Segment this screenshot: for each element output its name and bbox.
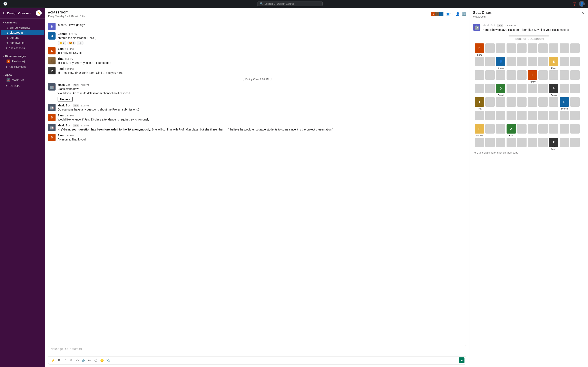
dm-section-header[interactable]: Direct messages <box>0 54 45 58</box>
lightning-button[interactable]: ⚡ <box>50 358 56 363</box>
msg-name-maskbot2: Mask Bot <box>58 104 70 107</box>
seat-avatar: D <box>496 84 505 93</box>
search-bar[interactable]: 🔍 Search UI Design Course <box>257 1 323 6</box>
seat-cell[interactable]: RRobert <box>475 124 484 133</box>
apps-section-header[interactable]: Apps <box>0 73 45 77</box>
strikethrough-button[interactable]: S <box>68 358 74 363</box>
input-toolbar-left: ⚡ B I S <> 🔗 Aa @ 😊 📎 <box>50 358 111 363</box>
sidebar-item-mask-bot[interactable]: 🤖 Mask Bot <box>1 77 44 83</box>
msg-text-bonnie: entered the classroom. Hello :) <box>58 36 466 40</box>
compose-icon: ✏️ <box>37 11 41 15</box>
mention-button[interactable]: @ <box>93 358 99 363</box>
message-item: 🤖 Mask Bot APP 2:10 PM Hi @Sam, your que… <box>45 123 470 133</box>
code-button[interactable]: <> <box>75 358 80 363</box>
seat-cell <box>507 111 516 120</box>
close-panel-button[interactable]: ✕ <box>581 11 585 15</box>
seat-cell <box>538 70 548 80</box>
emoji-button[interactable]: 😊 <box>99 358 105 363</box>
help-icon[interactable]: ❓ <box>572 2 577 6</box>
seat-cell <box>496 138 505 147</box>
message-input[interactable] <box>48 345 466 356</box>
sidebar-item-homeworks[interactable]: # homeworks <box>1 40 44 45</box>
dm-hint: To DM a classmate, click on their seat. <box>473 151 585 154</box>
seat-cell[interactable]: 👤Alison <box>496 57 505 66</box>
seat-row <box>475 111 583 120</box>
channels-label: Channels <box>5 21 17 24</box>
reaction-add[interactable]: ➕ <box>77 41 84 45</box>
msg-text-maskbot2: Do you guys have any questions about the… <box>58 108 466 112</box>
msg-content-sam: Sam 1:54 PM just arrived. Say Hi! <box>58 47 466 55</box>
channel-general-label: general <box>10 36 19 39</box>
sidebar-item-paul[interactable]: P Paul (you) <box>1 59 44 64</box>
bold-button[interactable]: B <box>56 358 62 363</box>
online-indicator <box>583 5 585 7</box>
unmute-button[interactable]: Unmute <box>58 97 73 102</box>
add-channels-button[interactable]: Add channels <box>0 45 45 50</box>
msg-header-maskbot2: Mask Bot APP 2:10 PM <box>58 104 466 107</box>
seat-cell <box>475 57 484 66</box>
seat-cell[interactable]: PPablo <box>549 84 558 93</box>
msg-time-tina: 1:58 PM <box>65 58 73 60</box>
channels-section-header[interactable]: Channels <box>0 20 45 25</box>
seat-cell[interactable]: AAlex <box>507 124 516 133</box>
seat-cell[interactable]: BBonnie <box>560 97 569 107</box>
workspace-name[interactable]: UI Design Course ▾ <box>3 11 31 15</box>
topbar-center: 🔍 Search UI Design Course <box>7 1 572 6</box>
seat-cell <box>517 124 527 133</box>
seat-cell <box>528 57 537 66</box>
sidebar-item-announcements[interactable]: # announcements <box>1 25 44 30</box>
panel-header: Seat Chart #classroom ✕ <box>470 8 588 21</box>
seat-cell <box>507 84 516 93</box>
msg-content-maskbot3: Mask Bot APP 2:10 PM Hi @Sam, your quest… <box>58 124 466 132</box>
user-avatar-top[interactable]: 👤 <box>579 1 585 7</box>
add-apps-button[interactable]: Add apps <box>0 83 45 88</box>
seat-cell[interactable]: JJenny <box>528 70 537 80</box>
seat-name-label: Robert <box>476 134 483 137</box>
attach-button[interactable]: 📎 <box>105 358 111 363</box>
msg-name-bonnie: Bonnie <box>58 32 67 35</box>
front-label-bar <box>509 35 549 36</box>
msg-name-maskbot1: Mask Bot <box>58 83 70 86</box>
msg-header-maskbot1: Mask Bot APP 2:00 PM <box>58 83 466 86</box>
seat-cell[interactable]: SSam <box>475 43 484 53</box>
seat-cell <box>528 84 537 93</box>
add-member-icon[interactable]: 👤 <box>456 12 460 16</box>
seat-cell[interactable]: DDavid <box>496 84 505 93</box>
sidebar-item-general[interactable]: # general <box>1 35 44 40</box>
msg-name-sam: Sam <box>58 47 64 50</box>
chat-title: #classroom <box>48 10 86 15</box>
member-count[interactable]: 👥 12 <box>446 12 453 16</box>
reaction-clap[interactable]: 👏 2 <box>58 41 66 45</box>
format-button[interactable]: Aa <box>87 358 93 363</box>
chat-header-actions: S T P 👥 12 👤 ℹ️ <box>431 12 466 17</box>
info-icon[interactable]: ℹ️ <box>462 12 466 16</box>
compose-button[interactable]: ✏️ <box>36 10 42 16</box>
seat-cell <box>560 124 569 133</box>
clock-icon[interactable]: 🕐 <box>3 2 7 6</box>
reaction-heart-eyes[interactable]: 😍 1 <box>67 41 76 45</box>
seat-cell[interactable]: EEvan <box>549 57 558 66</box>
msg-name-maskbot3: Mask Bot <box>58 124 70 127</box>
link-button[interactable]: 🔗 <box>81 358 86 363</box>
seat-cell[interactable]: PPaul(you) <box>549 138 558 147</box>
seat-chart-panel: Seat Chart #classroom ✕ 🤖 Mask Bot APP T… <box>470 8 588 367</box>
seat-cell <box>570 111 580 120</box>
seat-cell <box>485 124 495 133</box>
message-item: 🤖 Mask Bot APP 2:00 PM Class starts now.… <box>45 82 470 103</box>
bot-text: Here is how today’s classroom look like!… <box>483 28 585 32</box>
add-clasmates-button[interactable]: Add clasmates <box>0 64 45 69</box>
classroom-container: FRONT OF CLASSROOM SSam👤AlisonEEvanJJenn… <box>473 35 585 147</box>
send-button[interactable]: ▶ <box>459 358 465 363</box>
seat-cell <box>485 57 495 66</box>
italic-button[interactable]: I <box>62 358 68 363</box>
seat-cell <box>560 57 569 66</box>
sidebar-item-classroom[interactable]: # classroom <box>1 30 44 35</box>
seat-cell <box>517 43 527 53</box>
msg-avatar-maskbot3: 🤖 <box>48 124 56 131</box>
chat-area: #classroom Every Tuesday 1:45 PM - 4:15 … <box>45 8 470 367</box>
add-clasmates-icon <box>6 65 8 68</box>
seat-row: JJenny <box>475 70 583 80</box>
seat-cell[interactable]: TTina <box>475 97 484 107</box>
seat-cell <box>570 138 580 147</box>
seat-row: TTinaBBonnie <box>475 97 583 107</box>
